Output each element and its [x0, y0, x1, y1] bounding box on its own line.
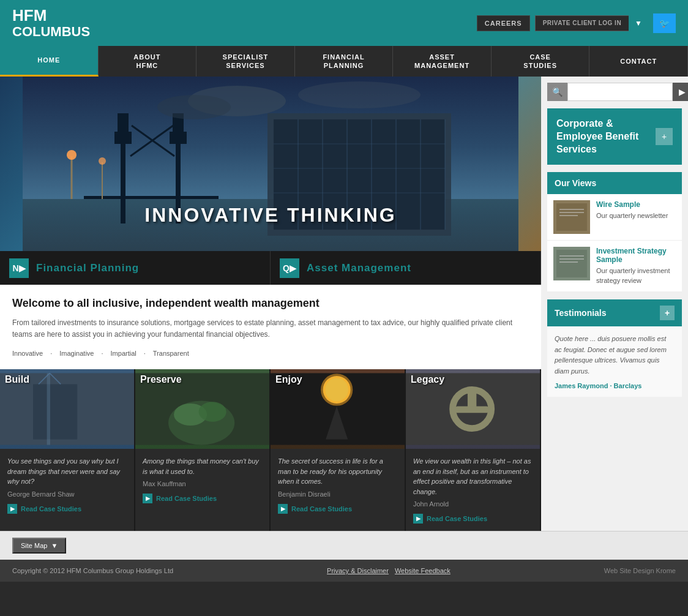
card-preserve-link-icon: ▶ — [143, 494, 152, 503]
login-group: PRIVATE CLIENT LOG IN ▼ — [535, 15, 648, 31]
card-preserve-label: Preserve — [140, 374, 182, 385]
sitemap-label: Site Map — [21, 542, 47, 549]
main-content: INNOVATIVE THINKING N▶ Financial Plannin… — [0, 77, 688, 531]
card-enjoy-author: Benjamin Disraeli — [278, 490, 397, 498]
main-nav: HOME ABOUTHFMC SPECIALISTSERVICES FINANC… — [0, 46, 688, 77]
tag-transparent: Transparent — [153, 350, 189, 357]
search-submit-button[interactable]: ▶ — [673, 83, 688, 101]
card-preserve-link[interactable]: ▶ Read Case Studies — [143, 494, 262, 503]
logo-top: HFM — [12, 7, 90, 24]
card-build-link-icon: ▶ — [7, 504, 17, 514]
testimonial-body: Quote here ... duis posuere mollis est a… — [547, 326, 682, 396]
footer-left: Copyright © 2012 HFM Columbus Group Hold… — [12, 567, 173, 574]
asset-label: Asset Management — [307, 262, 411, 274]
wire-title: Wire Sample — [596, 200, 676, 209]
card-build-author: George Bernard Shaw — [7, 490, 127, 498]
logo: HFM COLUMBUS — [12, 7, 90, 39]
welcome-section: Welcome to all inclusive, independent we… — [0, 285, 541, 369]
card-enjoy-quote: The secret of success in life is for a m… — [278, 456, 397, 487]
card-legacy-quote: We view our wealth in this light – not a… — [413, 456, 533, 497]
card-preserve: Preserve Among the things that money can… — [135, 369, 271, 531]
logo-bottom: COLUMBUS — [12, 24, 90, 39]
testimonials-header: Testimonials + — [547, 299, 682, 326]
hero-overlay: INNOVATIVE THINKING — [0, 204, 541, 227]
careers-button[interactable]: CAREERS — [477, 15, 530, 31]
login-label: PRIVATE CLIENT LOG IN — [535, 15, 629, 31]
svg-rect-52 — [556, 250, 587, 277]
view-item-wire[interactable]: Wire Sample Our quarterly newsletter — [547, 194, 682, 241]
card-preserve-link-text: Read Case Studies — [156, 495, 217, 502]
wire-desc: Our quarterly newsletter — [596, 211, 676, 220]
nav-item-specialist[interactable]: SPECIALISTSERVICES — [196, 46, 295, 77]
card-build-body: You see things and you say why but I dre… — [0, 449, 134, 521]
svg-rect-45 — [455, 407, 488, 413]
corporate-card-title: Corporate & Employee Benefit Services — [556, 118, 656, 156]
nav-item-contact[interactable]: CONTACT — [589, 46, 688, 77]
svg-rect-34 — [47, 374, 50, 445]
feature-buttons: N▶ Financial Planning Q▶ Asset Managemen… — [0, 251, 541, 285]
footer: Copyright © 2012 HFM Columbus Group Hold… — [0, 560, 688, 582]
hero-title: INNOVATIVE THINKING — [0, 204, 541, 227]
tag-innovative: Innovative — [12, 350, 43, 357]
svg-point-24 — [67, 150, 77, 160]
card-legacy: Legacy We view our wealth in this light … — [406, 369, 541, 531]
asset-icon: Q▶ — [280, 258, 299, 278]
card-build-link[interactable]: ▶ Read Case Studies — [7, 504, 127, 514]
testimonials-plus-icon[interactable]: + — [660, 306, 675, 320]
privacy-link[interactable]: Privacy & Disclaimer — [327, 567, 389, 574]
svg-point-28 — [157, 95, 231, 119]
header-right: CAREERS PRIVATE CLIENT LOG IN ▼ 🐦 — [477, 13, 676, 33]
investment-thumbnail — [553, 247, 590, 280]
header: HFM COLUMBUS CAREERS PRIVATE CLIENT LOG … — [0, 0, 688, 46]
wire-thumbnail — [553, 200, 590, 234]
our-views-section: Our Views Wire Sample Our quarterly news… — [547, 172, 682, 292]
testimonials-section: Testimonials + Quote here ... duis posue… — [547, 299, 682, 396]
financial-label: Financial Planning — [36, 262, 139, 274]
svg-rect-44 — [468, 390, 476, 410]
left-column: INNOVATIVE THINKING N▶ Financial Plannin… — [0, 77, 541, 531]
search-input[interactable] — [567, 83, 673, 101]
card-enjoy-link-text: Read Case Studies — [291, 505, 352, 513]
svg-rect-47 — [556, 203, 587, 231]
card-legacy-link[interactable]: ▶ Read Case Studies — [413, 514, 533, 524]
right-column: 🔍 ▶ Corporate & Employee Benefit Service… — [541, 77, 688, 531]
search-bar: 🔍 ▶ — [547, 83, 682, 101]
view-item-investment[interactable]: Investment Strategy Sample Our quarterly… — [547, 241, 682, 292]
hero-section: INNOVATIVE THINKING — [0, 77, 541, 251]
nav-item-financial[interactable]: FINANCIALPLANNING — [295, 46, 394, 77]
card-enjoy-body: The secret of success in life is for a m… — [271, 449, 405, 521]
nav-item-about[interactable]: ABOUTHFMC — [99, 46, 197, 77]
svg-point-26 — [99, 157, 106, 165]
card-legacy-author: John Arnold — [413, 500, 533, 508]
asset-management-button[interactable]: Q▶ Asset Management — [271, 251, 541, 285]
sitemap-icon: ▼ — [51, 542, 58, 549]
card-legacy-link-icon: ▶ — [413, 514, 423, 524]
welcome-text: From tailored investments to insurance s… — [12, 317, 529, 340]
corporate-card-arrow-icon: + — [656, 128, 673, 145]
sitemap-button[interactable]: Site Map ▼ — [12, 538, 66, 554]
nav-item-asset[interactable]: ASSETMANAGEMENT — [393, 46, 492, 77]
svg-point-29 — [298, 81, 421, 108]
nav-item-home[interactable]: HOME — [0, 46, 99, 77]
testimonial-quote: Quote here ... duis posuere mollis est a… — [555, 334, 675, 377]
card-build-quote: You see things and you say why but I dre… — [7, 456, 127, 487]
financial-planning-button[interactable]: N▶ Financial Planning — [0, 251, 271, 285]
card-enjoy: Enjoy The secret of success in life is f… — [271, 369, 406, 531]
svg-point-38 — [199, 402, 226, 422]
welcome-title: Welcome to all inclusive, independent we… — [12, 297, 529, 310]
tag-impartial: Impartial — [111, 350, 136, 357]
card-build-link-text: Read Case Studies — [21, 505, 81, 513]
testimonial-author: James Raymond · Barclays — [555, 382, 675, 389]
card-enjoy-link[interactable]: ▶ Read Case Studies — [278, 504, 397, 514]
card-legacy-label: Legacy — [411, 374, 444, 385]
footer-links: Privacy & Disclaimer Website Feedback — [327, 567, 451, 574]
nav-item-case[interactable]: CASESTUDIES — [492, 46, 590, 77]
welcome-tags: Innovative · Imaginative · Impartial · T… — [12, 350, 529, 357]
twitter-button[interactable]: 🐦 — [653, 13, 676, 33]
corporate-card[interactable]: Corporate & Employee Benefit Services + — [547, 108, 682, 165]
tag-imaginative: Imaginative — [59, 350, 94, 357]
login-arrow-button[interactable]: ▼ — [629, 15, 648, 31]
investment-title: Investment Strategy Sample — [596, 247, 676, 264]
card-legacy-link-text: Read Case Studies — [427, 515, 487, 522]
feedback-link[interactable]: Website Feedback — [395, 567, 451, 574]
